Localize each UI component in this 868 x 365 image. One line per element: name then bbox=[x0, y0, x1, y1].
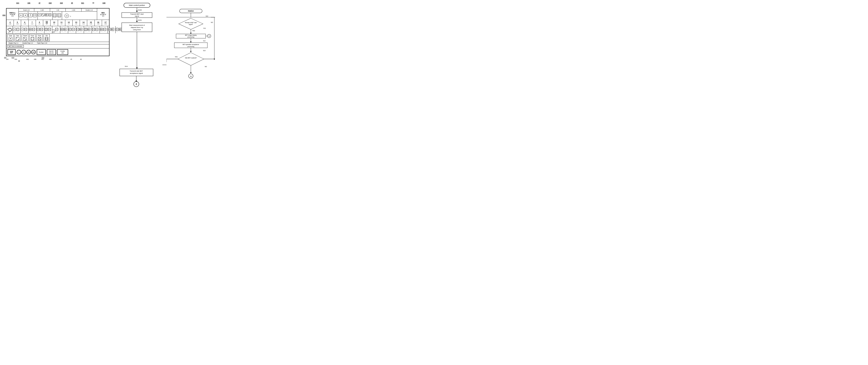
svg-point-136 bbox=[74, 30, 74, 30]
dice-num-5[interactable] bbox=[21, 26, 29, 33]
svg-point-101 bbox=[50, 28, 51, 29]
small-cell[interactable]: SMALL 4 TO 10 1:1 bbox=[6, 8, 19, 20]
dice-num-12[interactable] bbox=[76, 26, 84, 33]
special-double1[interactable]: Doubl 1:10 bbox=[19, 8, 34, 11]
svg-point-172 bbox=[96, 30, 96, 30]
num-17[interactable]: 171:60 bbox=[102, 20, 109, 26]
svg-point-153 bbox=[85, 28, 86, 29]
svg-point-23 bbox=[45, 15, 46, 15]
dice-combo-1[interactable] bbox=[19, 11, 28, 20]
bet-four[interactable]: Four bbox=[29, 34, 35, 41]
special-130[interactable]: 1:30 bbox=[50, 8, 66, 11]
num-9[interactable]: 91:7 bbox=[43, 20, 51, 26]
svg-text:NO: NO bbox=[205, 66, 207, 67]
svg-rect-31 bbox=[53, 13, 57, 17]
chip-100[interactable]: 100 bbox=[31, 50, 36, 54]
svg-point-110 bbox=[57, 30, 58, 30]
svg-point-129 bbox=[70, 28, 70, 29]
num-6[interactable]: 61:18 bbox=[21, 20, 28, 26]
svg-point-1 bbox=[21, 15, 21, 15]
num-5[interactable]: 51:30 bbox=[14, 20, 21, 26]
special-double2[interactable]: Double 1:10 bbox=[82, 8, 97, 11]
dice-num-8[interactable] bbox=[44, 26, 52, 33]
arrow-cell[interactable]: 1:5 bbox=[6, 26, 13, 33]
ref-35: 35 bbox=[71, 2, 73, 4]
chip-10[interactable]: 10 bbox=[26, 50, 31, 54]
num-12[interactable]: 121:7 bbox=[65, 20, 72, 26]
svg-point-86 bbox=[40, 30, 41, 30]
num-16[interactable]: 161:30 bbox=[95, 20, 102, 26]
dice-num-4[interactable] bbox=[13, 26, 21, 33]
svg-point-11 bbox=[35, 15, 36, 16]
svg-point-76 bbox=[34, 28, 35, 29]
svg-point-152 bbox=[85, 30, 85, 30]
side-bet-button[interactable]: SIDEBET bbox=[7, 49, 16, 55]
ref-42a: 42A bbox=[14, 59, 17, 60]
dice-combo-3[interactable] bbox=[53, 11, 62, 20]
bet-three[interactable]: Three bbox=[22, 34, 28, 41]
special-bet-area: Doubl 1:10 1:180 1:30 1:180 Double 1:10 bbox=[19, 8, 97, 20]
chip-buttons: 1 5 10 100 bbox=[17, 50, 36, 54]
big-cell[interactable]: BIG 11 TO 17 1:1 bbox=[97, 8, 109, 20]
svg-point-77 bbox=[34, 30, 35, 30]
svg-text:processing: processing bbox=[187, 36, 194, 38]
svg-point-224 bbox=[26, 39, 26, 40]
svg-point-71 bbox=[30, 30, 31, 30]
svg-rect-125 bbox=[68, 28, 71, 31]
dice-num-11[interactable] bbox=[68, 26, 76, 33]
svg-point-166 bbox=[92, 30, 93, 30]
svg-point-87 bbox=[41, 29, 42, 29]
bet-two[interactable]: Two bbox=[14, 34, 21, 41]
dice-combo-4[interactable]: 25 1:1 bbox=[62, 11, 71, 20]
svg-point-99 bbox=[49, 30, 49, 30]
bet-six[interactable]: Six bbox=[43, 34, 50, 41]
svg-point-34 bbox=[54, 16, 54, 17]
dice-num-7[interactable] bbox=[36, 26, 44, 33]
svg-point-193 bbox=[110, 28, 110, 29]
dice-num-10[interactable] bbox=[60, 26, 68, 33]
svg-rect-218 bbox=[16, 37, 19, 40]
svg-point-107 bbox=[56, 30, 56, 30]
bet-five[interactable]: Five bbox=[36, 34, 42, 41]
num-14[interactable]: 141:12 bbox=[80, 20, 87, 26]
num-15[interactable]: 151:18 bbox=[87, 20, 94, 26]
bet-one[interactable]: One bbox=[7, 34, 13, 41]
svg-point-199 bbox=[112, 30, 112, 30]
svg-text:processing: processing bbox=[187, 46, 194, 47]
svg-point-66 bbox=[29, 28, 30, 29]
svg-text:acceptance signal: acceptance signal bbox=[130, 72, 143, 74]
num-11[interactable]: 111:6 bbox=[58, 20, 65, 26]
num-7[interactable]: 71:12 bbox=[29, 20, 36, 26]
dice-num-9[interactable]: 10 bbox=[52, 26, 60, 33]
svg-point-62 bbox=[26, 29, 26, 29]
rebet-button[interactable]: Re-Bet bbox=[37, 49, 46, 55]
dice-combo-2[interactable] bbox=[28, 11, 38, 20]
svg-point-16 bbox=[43, 14, 43, 15]
dice-combo-row: 25 1:1 bbox=[19, 11, 97, 20]
dice-num-6[interactable] bbox=[29, 26, 36, 33]
num-13[interactable]: 131:8 bbox=[72, 20, 80, 26]
num-10[interactable]: 101:6 bbox=[51, 20, 58, 26]
chip-1[interactable]: 1 bbox=[17, 50, 21, 54]
svg-point-88 bbox=[42, 28, 42, 29]
num-8[interactable]: 81:8 bbox=[36, 20, 43, 26]
special-180-1[interactable]: 1:180 bbox=[34, 8, 50, 11]
chip-5[interactable]: 5 bbox=[22, 50, 26, 54]
svg-point-24 bbox=[46, 15, 46, 15]
dice-num-13[interactable] bbox=[84, 26, 92, 33]
special-180-2[interactable]: 1:180 bbox=[66, 8, 81, 11]
dice-combo-any[interactable] bbox=[38, 11, 53, 20]
dice-num-14[interactable] bbox=[92, 26, 100, 33]
top-refs: 41C 41E 47 41D 41E 35 41C 40 41B bbox=[2, 2, 112, 4]
svg-point-95 bbox=[46, 28, 47, 29]
svg-point-37 bbox=[55, 16, 56, 17]
svg-point-9 bbox=[34, 15, 34, 16]
dice-num-15[interactable] bbox=[100, 26, 108, 33]
svg-point-40 bbox=[58, 15, 59, 16]
bottom-refs-2: 243 42A 43A 43B 43C 43D 43E 45 46 bbox=[6, 59, 112, 60]
svg-point-28 bbox=[50, 14, 50, 15]
flowchart-connector bbox=[162, 2, 166, 89]
svg-point-126 bbox=[69, 28, 69, 29]
num-4[interactable]: 41:60 bbox=[6, 20, 14, 26]
svg-point-234 bbox=[38, 39, 39, 40]
